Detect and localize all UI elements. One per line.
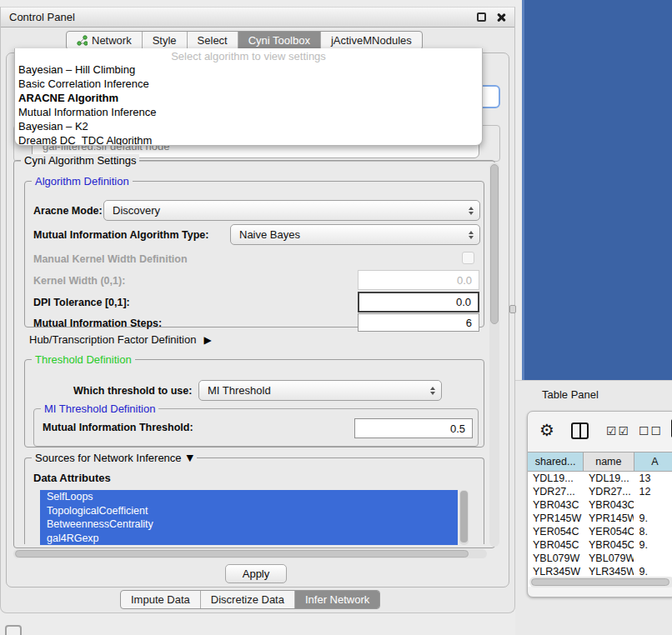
- data-attribute-item[interactable]: gal4RGexp: [40, 532, 458, 546]
- mi-threshold-definition-group: MI Threshold Definition Mutual Informati…: [33, 408, 479, 447]
- combo-spinner-icon: [469, 207, 474, 215]
- tab-network[interactable]: Network: [67, 32, 143, 49]
- tab-jactivemnodules[interactable]: jActiveMNodules: [321, 32, 422, 49]
- table-cell: YBR045C: [584, 538, 634, 552]
- which-threshold-value: MI Threshold: [208, 384, 271, 397]
- table-row[interactable]: YPR145WYPR145W9.: [528, 512, 672, 525]
- table-horizontal-scrollbar[interactable]: [529, 577, 672, 588]
- kernel-width-input[interactable]: 0.0: [358, 270, 479, 290]
- mi-type-select[interactable]: Naive Bayes: [230, 224, 480, 245]
- table-row[interactable]: YBR045CYBR045C9.: [528, 538, 672, 552]
- group-title: Cyni Algorithm Settings: [21, 154, 139, 167]
- attributes-list-scrollbar[interactable]: [459, 490, 469, 545]
- dpi-tolerance-input[interactable]: 0.0: [358, 292, 479, 312]
- algorithm-option[interactable]: Mutual Information Inference: [15, 105, 482, 119]
- aracne-mode-value: Discovery: [113, 204, 160, 217]
- table-cell: YPR145W: [528, 512, 584, 525]
- column-header[interactable]: name: [584, 452, 634, 471]
- table-row[interactable]: YBR043CYBR043C: [528, 498, 672, 512]
- tab-label: Select: [198, 34, 228, 47]
- data-attribute-item[interactable]: TopologicalCoefficient: [40, 504, 458, 518]
- tab-label: jActiveMNodules: [331, 34, 412, 47]
- table-row[interactable]: YDL19...YDL19...13: [528, 472, 672, 485]
- tab-label: Style: [153, 34, 177, 47]
- tab-infer-network[interactable]: Infer Network: [295, 591, 379, 608]
- desktop-background: GALGAL80GAL10GAL1GAL11GAL4SWI4GCY1HAP4YH…: [522, 0, 672, 380]
- tab-label: Cyni Toolbox: [248, 34, 310, 47]
- which-threshold-label: Which threshold to use:: [73, 385, 192, 397]
- kernel-width-label: Kernel Width (0,1):: [33, 275, 125, 287]
- table-cell: 12: [634, 485, 672, 498]
- data-attributes-label: Data Attributes: [33, 472, 111, 484]
- table-row[interactable]: YBL079WYBL079W: [528, 552, 672, 565]
- table-cell: YDR27...: [528, 485, 584, 498]
- tab-impute-data[interactable]: Impute Data: [121, 591, 201, 608]
- mi-steps-label: Mutual Information Steps:: [33, 318, 162, 329]
- algorithm-option[interactable]: Basic Correlation Inference: [15, 77, 482, 91]
- data-attribute-item[interactable]: SelfLoops: [40, 490, 458, 504]
- aracne-mode-label: Aracne Mode:: [33, 205, 103, 217]
- table-cell: 13: [634, 472, 672, 485]
- algorithm-dropdown-placeholder: Select algorithm to view settings: [15, 50, 482, 62]
- table-body: YDL19...YDL19...13YDR27...YDR27...12YBR0…: [528, 472, 672, 587]
- algorithm-option[interactable]: Dream8 DC_TDC Algorithm: [15, 133, 482, 146]
- corner-widget-icon[interactable]: [5, 625, 22, 635]
- settings-vertical-scrollbar[interactable]: [489, 162, 499, 547]
- aracne-mode-select[interactable]: Discovery: [103, 200, 480, 221]
- tab-select[interactable]: Select: [188, 32, 238, 49]
- mi-type-label: Mutual Information Algorithm Type:: [33, 229, 208, 241]
- table-cell: YBL079W: [584, 552, 634, 565]
- table-panel-title: Table Panel: [542, 388, 599, 401]
- mi-steps-input[interactable]: 6: [358, 313, 479, 332]
- window-controls: [477, 12, 506, 22]
- manual-kernel-label: Manual Kernel Width Definition: [33, 253, 188, 265]
- apply-button[interactable]: Apply: [225, 564, 287, 583]
- split-columns-icon[interactable]: [571, 422, 589, 439]
- algorithm-option[interactable]: Bayesian – K2: [15, 119, 482, 133]
- group-title: Threshold Definition: [32, 353, 135, 366]
- group-title: MI Threshold Definition: [41, 402, 158, 415]
- tab-label: Network: [92, 34, 132, 47]
- table-cell: YDL19...: [528, 472, 584, 485]
- algorithm-option[interactable]: Bayesian – Hill Climbing: [15, 62, 482, 77]
- table-cell: 9.: [634, 512, 672, 525]
- which-threshold-select[interactable]: MI Threshold: [198, 380, 442, 401]
- float-icon[interactable]: [477, 12, 486, 22]
- table-cell: YBL079W: [528, 552, 584, 565]
- column-header[interactable]: A: [634, 452, 672, 471]
- window-title: Control Panel: [9, 11, 75, 23]
- column-header[interactable]: shared...: [528, 452, 584, 471]
- table-cell: YBR043C: [528, 498, 584, 512]
- table-toolbar: ⚙ ☑☑ ☐☐: [528, 412, 672, 452]
- checked-boxes-icon[interactable]: ☑☑: [606, 424, 630, 438]
- table-header-row: shared...nameA: [528, 452, 672, 472]
- manual-kernel-checkbox[interactable]: [462, 252, 474, 264]
- tab-style[interactable]: Style: [143, 32, 188, 49]
- node-table-window: ⚙ ☑☑ ☐☐ shared...nameA YDL19...YDL19...1…: [527, 411, 672, 598]
- data-attribute-item[interactable]: BetweennessCentrality: [40, 518, 458, 532]
- table-cell: 8.: [634, 525, 672, 538]
- table-row[interactable]: YDR27...YDR27...12: [528, 485, 672, 498]
- panel-divider-handle[interactable]: [509, 305, 516, 313]
- table-cell: YER054C: [584, 525, 634, 538]
- hub-definition-expander[interactable]: Hub/Transcription Factor Definition ▶: [29, 333, 212, 346]
- tab-label: Infer Network: [305, 593, 369, 606]
- mi-threshold-input[interactable]: 0.5: [354, 418, 473, 438]
- algorithm-option[interactable]: ARACNE Algorithm: [15, 91, 482, 105]
- expander-down-icon: ▼: [187, 452, 193, 463]
- table-panel-area: Table Panel ⚙ ☑☑ ☐☐ shared...nameA YDL19…: [515, 380, 672, 635]
- unchecked-boxes-icon[interactable]: ☐☐: [639, 424, 663, 438]
- settings-horizontal-scrollbar[interactable]: [13, 549, 487, 558]
- sources-group-title[interactable]: Sources for Network Inference ▼: [32, 452, 197, 464]
- tab-discretize-data[interactable]: Discretize Data: [201, 591, 295, 608]
- tab-cyni-toolbox[interactable]: Cyni Toolbox: [238, 32, 321, 49]
- bottom-tab-bar: Impute DataDiscretize DataInfer Network: [120, 590, 380, 609]
- combo-spinner-icon: [469, 231, 474, 239]
- table-row[interactable]: YER054CYER054C8.: [528, 525, 672, 538]
- close-icon[interactable]: [496, 12, 506, 22]
- cyni-algorithm-settings-group: Cyni Algorithm Settings Algorithm Defini…: [13, 160, 495, 548]
- algorithm-definition-group: Algorithm Definition Aracne Mode: Discov…: [24, 181, 484, 328]
- data-attributes-list[interactable]: SelfLoopsTopologicalCoefficientBetweenne…: [40, 490, 458, 545]
- gear-icon[interactable]: ⚙: [539, 421, 554, 439]
- table-cell: YDL19...: [584, 472, 634, 485]
